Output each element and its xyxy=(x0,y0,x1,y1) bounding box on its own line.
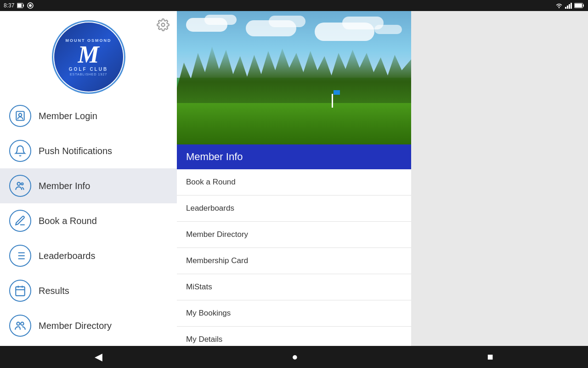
calendar-icon xyxy=(9,280,31,302)
nav-items: Member Login Push Notifications xyxy=(0,98,177,368)
svg-rect-1 xyxy=(23,5,24,7)
svg-rect-2 xyxy=(17,4,22,7)
sidebar-item-leaderboards[interactable]: Leaderboards xyxy=(0,238,177,273)
content-list-item-label-member-directory: Member Directory xyxy=(186,230,248,239)
svg-rect-8 xyxy=(569,4,570,9)
wifi-icon xyxy=(555,2,563,9)
right-panel xyxy=(411,11,588,368)
people-icon xyxy=(9,315,31,337)
battery-small-icon xyxy=(17,3,24,8)
sidebar-header: MOUNT OSMOND M GOLF CLUB ESTABLISHED 192… xyxy=(0,11,177,98)
list-icon xyxy=(9,245,31,267)
sidebar-item-member-login[interactable]: Member Login xyxy=(0,98,177,133)
svg-rect-24 xyxy=(16,287,25,296)
sidebar-item-label-results: Results xyxy=(39,286,69,296)
main-layout: MOUNT OSMOND M GOLF CLUB ESTABLISHED 192… xyxy=(0,11,588,368)
recents-button[interactable]: ■ xyxy=(478,347,503,367)
sidebar-item-label-member-login: Member Login xyxy=(39,111,97,121)
content-panel-header: Member Info xyxy=(177,144,411,169)
svg-rect-9 xyxy=(571,3,572,9)
sidebar-item-push-notifications[interactable]: Push Notifications xyxy=(0,133,177,168)
svg-rect-6 xyxy=(565,7,566,9)
sidebar-item-results[interactable]: Results xyxy=(0,273,177,308)
content-list-item-member-directory[interactable]: Member Directory xyxy=(177,222,411,248)
svg-point-28 xyxy=(17,322,20,325)
battery-icon xyxy=(574,3,584,8)
signal-icon xyxy=(565,2,572,9)
content-list-item-book-round[interactable]: Book a Round xyxy=(177,169,411,196)
svg-point-17 xyxy=(21,183,23,185)
svg-rect-7 xyxy=(567,6,568,9)
logo-golf-text: GOLF CLUB xyxy=(69,67,108,72)
status-right xyxy=(555,2,584,9)
person-icon xyxy=(9,105,31,127)
sidebar-item-book-a-round[interactable]: Book a Round xyxy=(0,203,177,238)
sidebar: MOUNT OSMOND M GOLF CLUB ESTABLISHED 192… xyxy=(0,11,177,368)
svg-point-16 xyxy=(17,182,21,185)
content-list-item-mistats[interactable]: MiStats xyxy=(177,274,411,300)
content-list-item-leaderboards[interactable]: Leaderboards xyxy=(177,196,411,222)
content-panel: Member Info Book a Round Leaderboards Me… xyxy=(177,11,411,368)
logo-m: M xyxy=(78,43,99,67)
svg-point-5 xyxy=(559,7,560,8)
sidebar-item-member-info[interactable]: Member Info xyxy=(0,168,177,203)
group-icon xyxy=(9,175,31,197)
time-display: 8:37 xyxy=(4,2,14,9)
svg-point-4 xyxy=(29,4,32,7)
svg-point-29 xyxy=(21,322,24,325)
svg-point-15 xyxy=(19,114,22,117)
content-header-title: Member Info xyxy=(186,151,243,162)
content-list-item-label-mistats: MiStats xyxy=(186,282,212,291)
bottom-nav: ◀ ● ■ xyxy=(0,346,588,368)
sidebar-item-label-book-a-round: Book a Round xyxy=(39,216,97,226)
back-button[interactable]: ◀ xyxy=(85,347,112,367)
content-list-item-label-my-details: My Details xyxy=(186,335,222,344)
content-list-item-label-book-round: Book a Round xyxy=(186,178,236,186)
sidebar-item-label-member-directory: Member Directory xyxy=(39,321,112,331)
sidebar-item-label-push-notifications: Push Notifications xyxy=(39,146,112,156)
content-list-item-membership-card[interactable]: Membership Card xyxy=(177,248,411,274)
sidebar-item-label-leaderboards: Leaderboards xyxy=(39,251,95,261)
svg-point-13 xyxy=(162,23,165,27)
sidebar-item-label-member-info: Member Info xyxy=(39,181,90,191)
content-list-item-label-leaderboards: Leaderboards xyxy=(186,204,234,213)
content-list-item-label-membership-card: Membership Card xyxy=(186,256,248,265)
record-icon xyxy=(27,2,34,9)
svg-rect-11 xyxy=(583,5,584,7)
home-button[interactable]: ● xyxy=(283,347,307,367)
content-list: Book a Round Leaderboards Member Directo… xyxy=(177,169,411,368)
bell-icon xyxy=(9,140,31,162)
sidebar-item-member-directory[interactable]: Member Directory xyxy=(0,308,177,343)
logo-established: ESTABLISHED 1927 xyxy=(70,73,107,76)
settings-icon[interactable] xyxy=(157,18,170,31)
content-list-item-label-my-bookings: My Bookings xyxy=(186,309,231,317)
status-bar: 8:37 xyxy=(0,0,588,11)
course-image xyxy=(177,11,411,144)
content-list-item-my-bookings[interactable]: My Bookings xyxy=(177,300,411,327)
edit-icon xyxy=(9,210,31,232)
svg-rect-12 xyxy=(575,4,582,7)
status-left: 8:37 xyxy=(4,2,34,9)
club-logo: MOUNT OSMOND M GOLF CLUB ESTABLISHED 192… xyxy=(52,20,125,94)
